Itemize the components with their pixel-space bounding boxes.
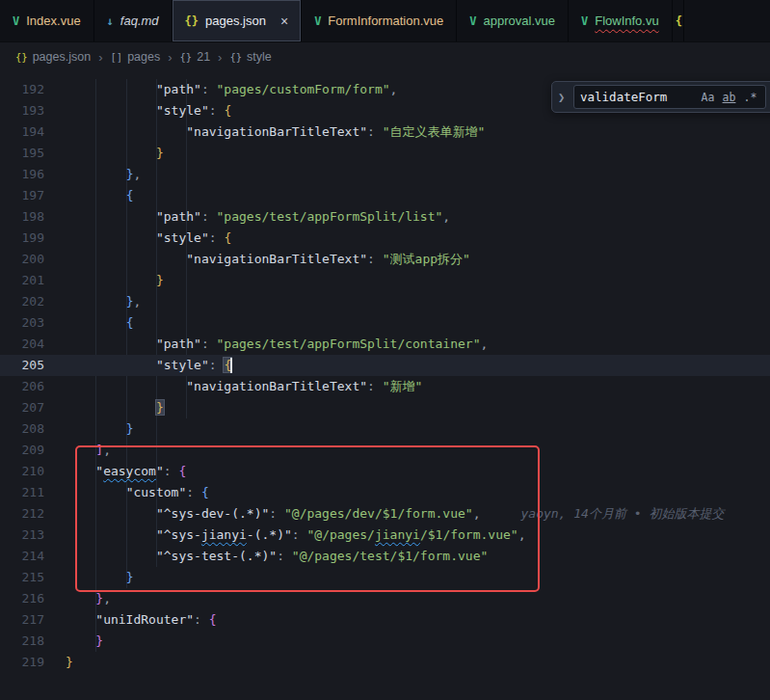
code-line-218[interactable]: 218 }	[0, 631, 770, 652]
breadcrumb-label: style	[247, 50, 272, 64]
code-line-212[interactable]: 212 "^sys-dev-(.*)": "@/pages/dev/$1/for…	[0, 503, 770, 525]
code-line-213[interactable]: 213 "^sys-jianyi-(.*)": "@/pages/jianyi/…	[0, 525, 770, 546]
editor[interactable]: 192 "path": "pages/customForm/form",193 …	[0, 71, 770, 700]
symbol-icon: []	[110, 51, 122, 63]
toggle-replace-chevron-icon[interactable]: ❯	[558, 91, 568, 104]
vue-file-icon: V	[314, 14, 321, 28]
tab-label: Index.vue	[26, 13, 80, 28]
line-number: 211	[0, 482, 44, 503]
json-file-icon: {}	[185, 14, 199, 28]
tab-faq-md[interactable]: ↓faq.md	[94, 0, 173, 41]
code-text: "custom": {	[44, 482, 209, 503]
code-line-211[interactable]: 211 "custom": {	[0, 482, 770, 503]
breadcrumb-item-21[interactable]: {}21	[180, 50, 211, 64]
tab-index-vue[interactable]: VIndex.vue	[0, 0, 94, 41]
tab-forminformation-vue[interactable]: VFormInformation.vue	[302, 0, 457, 41]
line-number: 216	[0, 588, 44, 609]
breadcrumb-item-pages[interactable]: []pages	[110, 50, 160, 64]
find-widget: ❯ validateForm Aaab.*	[551, 81, 770, 113]
line-number: 203	[0, 312, 44, 334]
tab-pages-json[interactable]: {}pages.json×	[173, 0, 303, 41]
line-number: 192	[0, 79, 44, 100]
code-text: }	[44, 567, 133, 588]
symbol-icon: {}	[180, 51, 193, 63]
line-number: 205	[0, 355, 44, 376]
code-text: }	[44, 143, 164, 164]
code-text: },	[44, 588, 111, 609]
vue-file-icon: V	[13, 14, 19, 28]
code-text: "path": "pages/customForm/form",	[44, 79, 397, 100]
breadcrumb-label: 21	[197, 50, 210, 64]
line-number: 200	[0, 249, 44, 270]
line-number: 196	[0, 164, 44, 185]
code-line-206[interactable]: 206 "navigationBarTitleText": "新增"	[0, 376, 770, 397]
tab-approval-vue[interactable]: Vapproval.vue	[457, 0, 569, 41]
code-line-219[interactable]: 219}	[0, 652, 770, 673]
line-number: 199	[0, 228, 44, 249]
breadcrumb-item-style[interactable]: {}style	[229, 50, 271, 64]
code-line-195[interactable]: 195 }	[0, 143, 770, 164]
breadcrumb-separator-icon: ›	[168, 50, 172, 65]
code-text: "easycom": {	[44, 461, 186, 482]
breadcrumb: {}pages.json›[]pages›{}21›{}style	[0, 42, 770, 71]
line-number: 217	[0, 609, 44, 631]
line-number: 195	[0, 143, 44, 164]
find-input[interactable]: validateForm Aaab.*	[573, 85, 766, 109]
line-number: 198	[0, 206, 44, 228]
find-value: validateForm	[580, 90, 667, 104]
code-text: "path": "pages/test/appFormSplit/list",	[44, 206, 450, 228]
tab-label: FormInformation.vue	[328, 13, 443, 28]
line-number: 194	[0, 121, 44, 143]
line-number: 218	[0, 631, 44, 652]
code-text: "^sys-jianyi-(.*)": "@/pages/jianyi/$1/f…	[44, 525, 525, 546]
code-text: "navigationBarTitleText": "测试app拆分"	[44, 249, 470, 270]
line-number: 207	[0, 397, 44, 418]
close-icon[interactable]: ×	[280, 13, 288, 29]
breadcrumb-label: pages	[127, 50, 160, 64]
code-line-194[interactable]: 194 "navigationBarTitleText": "自定义表单新增"	[0, 121, 770, 143]
code-line-207[interactable]: 207 }	[0, 397, 770, 418]
code-text: "style": {	[44, 355, 231, 376]
line-number: 210	[0, 461, 44, 482]
line-number: 204	[0, 334, 44, 355]
code-line-198[interactable]: 198 "path": "pages/test/appFormSplit/lis…	[0, 206, 770, 228]
code-text: }	[44, 270, 164, 291]
code-text: "uniIdRouter": {	[44, 609, 217, 631]
code-text: {	[44, 185, 133, 206]
code-line-215[interactable]: 215 }	[0, 567, 770, 588]
code-line-199[interactable]: 199 "style": {	[0, 228, 770, 249]
regex-toggle[interactable]: .*	[741, 88, 759, 106]
text-cursor	[230, 358, 232, 373]
breadcrumb-item-pages-json[interactable]: {}pages.json	[15, 50, 91, 64]
line-number: 213	[0, 525, 44, 546]
line-number: 214	[0, 546, 44, 567]
code-text: },	[44, 164, 141, 185]
code-text: }	[44, 652, 73, 673]
tab-flowinfo-vu[interactable]: VFlowInfo.vu	[569, 0, 673, 41]
code-line-201[interactable]: 201 }	[0, 270, 770, 291]
code-line-197[interactable]: 197 {	[0, 185, 770, 206]
breadcrumb-label: pages.json	[33, 50, 91, 64]
md-file-icon: ↓	[107, 14, 114, 28]
code-text: "style": {	[44, 100, 231, 121]
code-line-210[interactable]: 210 "easycom": {	[0, 461, 770, 482]
code-line-205[interactable]: 205 "style": {	[0, 355, 770, 376]
match-case-toggle[interactable]: Aa	[699, 88, 717, 106]
tab-label: FlowInfo.vu	[595, 13, 658, 28]
code-line-200[interactable]: 200 "navigationBarTitleText": "测试app拆分"	[0, 249, 770, 270]
code-line-209[interactable]: 209 ],	[0, 440, 770, 461]
code-line-208[interactable]: 208 }	[0, 418, 770, 440]
code-line-203[interactable]: 203 {	[0, 312, 770, 334]
line-number: 201	[0, 270, 44, 291]
tab-partial[interactable]: {}	[673, 0, 684, 41]
git-blame-annotation: yaoyn, 14个月前 • 初始版本提交	[520, 506, 724, 521]
code-line-196[interactable]: 196 },	[0, 164, 770, 185]
code-line-204[interactable]: 204 "path": "pages/test/appFormSplit/con…	[0, 334, 770, 355]
line-number: 215	[0, 567, 44, 588]
code-line-216[interactable]: 216 },	[0, 588, 770, 609]
symbol-icon: {}	[229, 51, 242, 63]
code-line-214[interactable]: 214 "^sys-test-(.*)": "@/pages/test/$1/f…	[0, 546, 770, 567]
whole-word-toggle[interactable]: ab	[720, 88, 738, 106]
code-line-202[interactable]: 202 },	[0, 291, 770, 312]
code-line-217[interactable]: 217 "uniIdRouter": {	[0, 609, 770, 631]
